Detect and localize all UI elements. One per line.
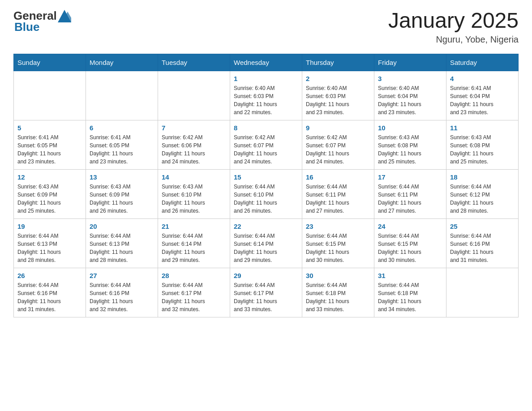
calendar-cell: 27Sunrise: 6:44 AM Sunset: 6:16 PM Dayli… [86, 268, 158, 317]
day-number: 1 [234, 75, 298, 82]
calendar-cell: 31Sunrise: 6:44 AM Sunset: 6:18 PM Dayli… [374, 268, 446, 317]
day-info: Sunrise: 6:44 AM Sunset: 6:18 PM Dayligh… [378, 281, 442, 313]
day-info: Sunrise: 6:43 AM Sunset: 6:08 PM Dayligh… [450, 133, 515, 166]
calendar-week-row: 5Sunrise: 6:41 AM Sunset: 6:05 PM Daylig… [14, 120, 519, 169]
calendar-cell [446, 268, 519, 317]
day-number: 30 [306, 272, 370, 279]
calendar-cell: 10Sunrise: 6:43 AM Sunset: 6:08 PM Dayli… [374, 120, 446, 169]
weekday-header-thursday: Thursday [302, 54, 374, 71]
day-number: 29 [234, 272, 298, 279]
day-info: Sunrise: 6:43 AM Sunset: 6:09 PM Dayligh… [90, 183, 154, 215]
day-info: Sunrise: 6:43 AM Sunset: 6:09 PM Dayligh… [17, 183, 82, 215]
day-number: 5 [17, 124, 82, 132]
day-number: 3 [378, 75, 442, 82]
day-number: 6 [90, 124, 154, 132]
calendar-cell: 9Sunrise: 6:42 AM Sunset: 6:07 PM Daylig… [302, 120, 374, 169]
day-number: 9 [306, 124, 370, 132]
day-number: 2 [306, 75, 370, 82]
calendar-cell: 21Sunrise: 6:44 AM Sunset: 6:14 PM Dayli… [158, 218, 230, 268]
day-number: 18 [450, 173, 515, 181]
day-info: Sunrise: 6:44 AM Sunset: 6:14 PM Dayligh… [234, 232, 298, 264]
day-info: Sunrise: 6:44 AM Sunset: 6:14 PM Dayligh… [162, 232, 226, 264]
day-info: Sunrise: 6:41 AM Sunset: 6:05 PM Dayligh… [90, 133, 154, 166]
day-info: Sunrise: 6:44 AM Sunset: 6:16 PM Dayligh… [450, 232, 515, 264]
day-number: 20 [90, 223, 154, 230]
calendar-cell: 12Sunrise: 6:43 AM Sunset: 6:09 PM Dayli… [14, 169, 86, 218]
day-number: 27 [90, 272, 154, 279]
calendar-cell [86, 71, 158, 120]
calendar-week-row: 1Sunrise: 6:40 AM Sunset: 6:03 PM Daylig… [14, 71, 519, 120]
day-number: 24 [378, 223, 442, 230]
day-number: 19 [17, 223, 82, 230]
day-number: 14 [162, 173, 226, 181]
calendar-cell: 23Sunrise: 6:44 AM Sunset: 6:15 PM Dayli… [302, 218, 374, 268]
day-info: Sunrise: 6:40 AM Sunset: 6:04 PM Dayligh… [378, 84, 442, 116]
weekday-header-monday: Monday [86, 54, 158, 71]
calendar-week-row: 12Sunrise: 6:43 AM Sunset: 6:09 PM Dayli… [14, 169, 519, 218]
calendar-cell: 8Sunrise: 6:42 AM Sunset: 6:07 PM Daylig… [230, 120, 302, 169]
page-header: General Blue January 2025 Nguru, Yobe, N… [13, 9, 519, 45]
day-number: 26 [17, 272, 82, 279]
day-number: 8 [234, 124, 298, 132]
day-number: 21 [162, 223, 226, 230]
calendar-subtitle: Nguru, Yobe, Nigeria [388, 34, 519, 45]
day-number: 13 [90, 173, 154, 181]
calendar-title: January 2025 [388, 9, 519, 33]
day-info: Sunrise: 6:44 AM Sunset: 6:13 PM Dayligh… [90, 232, 154, 264]
calendar-cell: 25Sunrise: 6:44 AM Sunset: 6:16 PM Dayli… [446, 218, 519, 268]
day-info: Sunrise: 6:43 AM Sunset: 6:10 PM Dayligh… [162, 183, 226, 215]
weekday-header-tuesday: Tuesday [158, 54, 230, 71]
day-info: Sunrise: 6:44 AM Sunset: 6:17 PM Dayligh… [234, 281, 298, 313]
day-number: 10 [378, 124, 442, 132]
calendar-cell [14, 71, 86, 120]
day-info: Sunrise: 6:44 AM Sunset: 6:15 PM Dayligh… [306, 232, 370, 264]
calendar-week-row: 19Sunrise: 6:44 AM Sunset: 6:13 PM Dayli… [14, 218, 519, 268]
calendar-cell: 29Sunrise: 6:44 AM Sunset: 6:17 PM Dayli… [230, 268, 302, 317]
day-info: Sunrise: 6:40 AM Sunset: 6:03 PM Dayligh… [306, 84, 370, 116]
calendar-cell: 5Sunrise: 6:41 AM Sunset: 6:05 PM Daylig… [14, 120, 86, 169]
calendar-cell: 3Sunrise: 6:40 AM Sunset: 6:04 PM Daylig… [374, 71, 446, 120]
day-number: 15 [234, 173, 298, 181]
weekday-header-sunday: Sunday [14, 54, 86, 71]
calendar-cell: 18Sunrise: 6:44 AM Sunset: 6:12 PM Dayli… [446, 169, 519, 218]
calendar-cell: 30Sunrise: 6:44 AM Sunset: 6:18 PM Dayli… [302, 268, 374, 317]
day-info: Sunrise: 6:43 AM Sunset: 6:08 PM Dayligh… [378, 133, 442, 166]
calendar-cell [158, 71, 230, 120]
day-number: 12 [17, 173, 82, 181]
day-number: 28 [162, 272, 226, 279]
calendar-week-row: 26Sunrise: 6:44 AM Sunset: 6:16 PM Dayli… [14, 268, 519, 317]
day-number: 31 [378, 272, 442, 279]
day-info: Sunrise: 6:42 AM Sunset: 6:07 PM Dayligh… [234, 133, 298, 166]
day-number: 16 [306, 173, 370, 181]
day-info: Sunrise: 6:42 AM Sunset: 6:06 PM Dayligh… [162, 133, 226, 166]
day-number: 25 [450, 223, 515, 230]
logo-icon [58, 10, 71, 22]
calendar-cell: 24Sunrise: 6:44 AM Sunset: 6:15 PM Dayli… [374, 218, 446, 268]
calendar-cell: 16Sunrise: 6:44 AM Sunset: 6:11 PM Dayli… [302, 169, 374, 218]
day-number: 22 [234, 223, 298, 230]
day-number: 4 [450, 75, 515, 82]
calendar-cell: 19Sunrise: 6:44 AM Sunset: 6:13 PM Dayli… [14, 218, 86, 268]
day-number: 11 [450, 124, 515, 132]
day-info: Sunrise: 6:44 AM Sunset: 6:18 PM Dayligh… [306, 281, 370, 313]
title-block: January 2025 Nguru, Yobe, Nigeria [388, 9, 519, 45]
calendar-cell: 11Sunrise: 6:43 AM Sunset: 6:08 PM Dayli… [446, 120, 519, 169]
weekday-header-friday: Friday [374, 54, 446, 71]
calendar-cell: 7Sunrise: 6:42 AM Sunset: 6:06 PM Daylig… [158, 120, 230, 169]
day-info: Sunrise: 6:42 AM Sunset: 6:07 PM Dayligh… [306, 133, 370, 166]
day-info: Sunrise: 6:44 AM Sunset: 6:16 PM Dayligh… [90, 281, 154, 313]
day-info: Sunrise: 6:44 AM Sunset: 6:13 PM Dayligh… [17, 232, 82, 264]
weekday-header-wednesday: Wednesday [230, 54, 302, 71]
logo-blue: Blue [14, 20, 39, 34]
day-info: Sunrise: 6:40 AM Sunset: 6:03 PM Dayligh… [234, 84, 298, 116]
calendar-cell: 20Sunrise: 6:44 AM Sunset: 6:13 PM Dayli… [86, 218, 158, 268]
logo: General Blue [13, 9, 71, 34]
day-info: Sunrise: 6:44 AM Sunset: 6:17 PM Dayligh… [162, 281, 226, 313]
calendar-cell: 22Sunrise: 6:44 AM Sunset: 6:14 PM Dayli… [230, 218, 302, 268]
day-info: Sunrise: 6:44 AM Sunset: 6:11 PM Dayligh… [378, 183, 442, 215]
calendar-cell: 2Sunrise: 6:40 AM Sunset: 6:03 PM Daylig… [302, 71, 374, 120]
calendar-cell: 14Sunrise: 6:43 AM Sunset: 6:10 PM Dayli… [158, 169, 230, 218]
day-info: Sunrise: 6:44 AM Sunset: 6:15 PM Dayligh… [378, 232, 442, 264]
weekday-header-row: SundayMondayTuesdayWednesdayThursdayFrid… [14, 54, 519, 71]
calendar-cell: 28Sunrise: 6:44 AM Sunset: 6:17 PM Dayli… [158, 268, 230, 317]
